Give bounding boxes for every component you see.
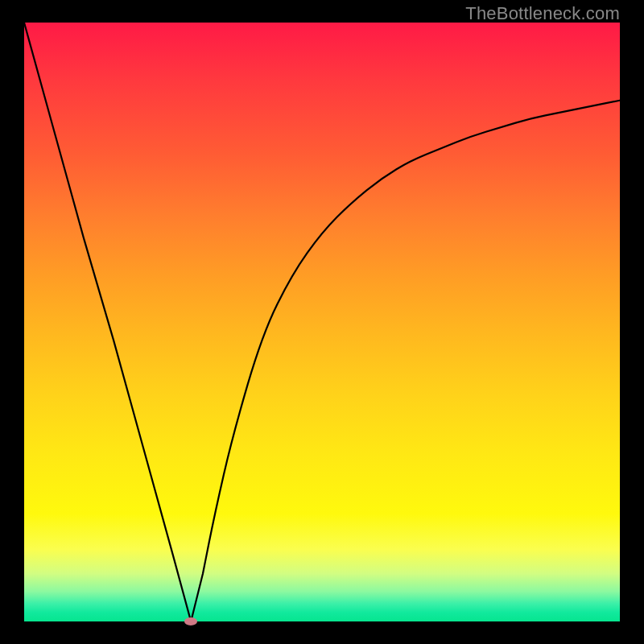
bottleneck-curve bbox=[24, 23, 620, 621]
minimum-marker bbox=[184, 617, 197, 625]
watermark-text: TheBottleneck.com bbox=[465, 3, 620, 24]
chart-frame: TheBottleneck.com bbox=[0, 0, 644, 644]
plot-area bbox=[24, 23, 620, 621]
